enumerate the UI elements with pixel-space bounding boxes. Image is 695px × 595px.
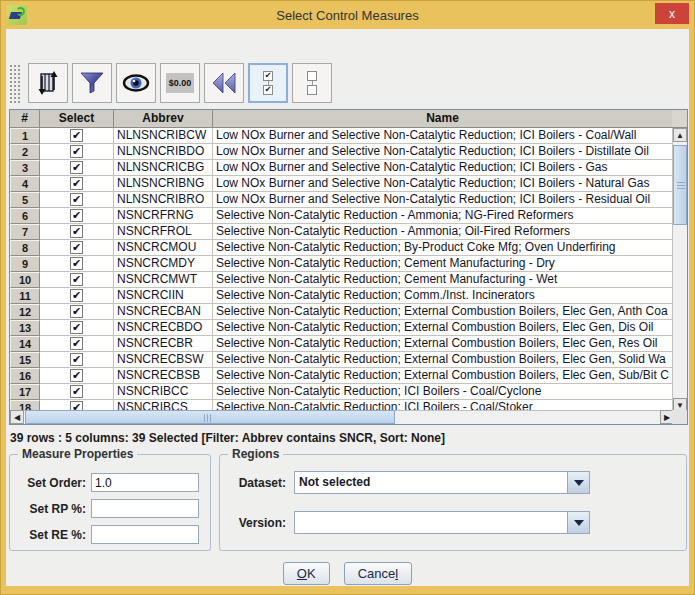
table-row[interactable]: 5 NLNSNCRIBRO Low NOx Burner and Selecti…	[10, 192, 673, 208]
chevron-down-icon[interactable]	[567, 472, 589, 493]
row-checkbox[interactable]	[70, 177, 83, 190]
column-header-num[interactable]: #	[10, 110, 40, 128]
filter-button[interactable]	[72, 63, 112, 103]
row-checkbox[interactable]	[70, 161, 83, 174]
toolbar-drag-handle[interactable]	[8, 63, 20, 103]
row-checkbox[interactable]	[70, 129, 83, 142]
chevron-down-icon[interactable]	[567, 512, 589, 533]
scroll-left-icon[interactable]: ◀	[10, 410, 24, 424]
regions-title: Regions	[228, 447, 283, 461]
row-number-cell: 12	[10, 304, 40, 320]
cancel-button[interactable]: Cancel	[344, 562, 412, 585]
double-left-arrow-icon	[210, 71, 238, 95]
sort-button[interactable]	[28, 63, 68, 103]
table-row[interactable]: 1 NLNSNCRIBCW Low NOx Burner and Selecti…	[10, 128, 673, 144]
select-cell	[40, 384, 114, 400]
row-checkbox[interactable]	[70, 337, 83, 350]
abbrev-cell: NSNCRCMDY	[114, 256, 213, 272]
row-checkbox[interactable]	[70, 289, 83, 302]
select-cell	[40, 144, 114, 160]
row-checkbox[interactable]	[70, 369, 83, 382]
set-order-field[interactable]	[91, 473, 199, 492]
row-checkbox[interactable]	[70, 273, 83, 286]
table-row[interactable]: 4 NLNSNCRIBNG Low NOx Burner and Selecti…	[10, 176, 673, 192]
abbrev-cell: NLNSNCRIBCW	[114, 128, 213, 144]
row-number-cell: 15	[10, 352, 40, 368]
row-checkbox[interactable]	[70, 225, 83, 238]
abbrev-cell: NLNSNCRIBNG	[114, 176, 213, 192]
app-icon	[7, 5, 27, 25]
table-row[interactable]: 11 NSNCRCIIN Selective Non-Catalytic Red…	[10, 288, 673, 304]
select-cell	[40, 368, 114, 384]
version-combobox[interactable]	[294, 511, 590, 534]
row-checkbox[interactable]	[70, 353, 83, 366]
column-header-abbrev[interactable]: Abbrev	[114, 110, 213, 128]
previous-button[interactable]	[204, 63, 244, 103]
select-cell	[40, 272, 114, 288]
column-header-select[interactable]: Select	[40, 110, 114, 128]
dataset-combobox[interactable]: Not selected	[294, 471, 590, 494]
row-number-cell: 5	[10, 192, 40, 208]
table-row[interactable]: 7 NSNCRFROL Selective Non-Catalytic Redu…	[10, 224, 673, 240]
table-row[interactable]: 8 NSNCRCMOU Selective Non-Catalytic Redu…	[10, 240, 673, 256]
row-checkbox[interactable]	[70, 209, 83, 222]
window-title: Select Control Measures	[1, 8, 694, 23]
close-button[interactable]: x	[655, 3, 689, 24]
table-body: 1 NLNSNCRIBCW Low NOx Burner and Selecti…	[10, 128, 673, 411]
table-row[interactable]: 9 NSNCRCMDY Selective Non-Catalytic Redu…	[10, 256, 673, 272]
horizontal-scroll-thumb[interactable]	[25, 410, 395, 424]
abbrev-cell: NSNCRECBR	[114, 336, 213, 352]
abbrev-cell: NSNCRECBAN	[114, 304, 213, 320]
abbrev-cell: NSNCRECBSB	[114, 368, 213, 384]
table-row[interactable]: 15 NSNCRECBSW Selective Non-Catalytic Re…	[10, 352, 673, 368]
ok-button[interactable]: OK	[283, 562, 330, 585]
toolbar: $0.00 ✔	[8, 61, 336, 105]
deselect-all-button[interactable]	[292, 63, 332, 103]
view-button[interactable]	[116, 63, 156, 103]
set-re-label: Set RE %:	[14, 528, 86, 542]
set-re-field[interactable]	[91, 525, 199, 544]
name-cell: Selective Non-Catalytic Reduction; By-Pr…	[213, 240, 673, 256]
row-number-cell: 14	[10, 336, 40, 352]
row-checkbox[interactable]	[70, 257, 83, 270]
table-row[interactable]: 14 NSNCRECBR Selective Non-Catalytic Red…	[10, 336, 673, 352]
row-checkbox[interactable]	[70, 305, 83, 318]
select-cell	[40, 160, 114, 176]
status-text: 39 rows : 5 columns: 39 Selected [Filter…	[10, 431, 445, 445]
table-row[interactable]: 12 NSNCRECBAN Selective Non-Catalytic Re…	[10, 304, 673, 320]
select-control-measures-dialog: Select Control Measures x	[0, 0, 695, 595]
version-label: Version:	[228, 516, 286, 530]
table-row[interactable]: 13 NSNCRECBDO Selective Non-Catalytic Re…	[10, 320, 673, 336]
abbrev-cell: NSNCRECBDO	[114, 320, 213, 336]
row-checkbox[interactable]	[70, 241, 83, 254]
row-checkbox[interactable]	[70, 385, 83, 398]
select-cell	[40, 304, 114, 320]
set-rp-field[interactable]	[91, 499, 199, 518]
abbrev-cell: NSNCRECBSW	[114, 352, 213, 368]
table-row[interactable]: 10 NSNCRCMWT Selective Non-Catalytic Red…	[10, 272, 673, 288]
column-header-name[interactable]: Name	[213, 110, 673, 128]
table-row[interactable]: 6 NSNCRFRNG Selective Non-Catalytic Redu…	[10, 208, 673, 224]
table-row[interactable]: 2 NLNSNCRIBDO Low NOx Burner and Selecti…	[10, 144, 673, 160]
scroll-up-icon[interactable]: ▲	[673, 128, 687, 142]
set-order-label: Set Order:	[14, 476, 86, 490]
table-row[interactable]: 16 NSNCRECBSB Selective Non-Catalytic Re…	[10, 368, 673, 384]
name-cell: Selective Non-Catalytic Reduction; Cemen…	[213, 256, 673, 272]
row-number-cell: 6	[10, 208, 40, 224]
row-checkbox[interactable]	[70, 145, 83, 158]
row-number-cell: 2	[10, 144, 40, 160]
table-row[interactable]: 17 NSNCRIBCC Selective Non-Catalytic Red…	[10, 384, 673, 400]
vertical-scroll-thumb[interactable]	[673, 145, 687, 225]
select-all-button[interactable]: ✔ ✔	[248, 63, 288, 103]
table-row[interactable]: 3 NLNSNCRICBG Low NOx Burner and Selecti…	[10, 160, 673, 176]
cost-button[interactable]: $0.00	[160, 63, 200, 103]
horizontal-scrollbar[interactable]: ◀ ▶	[10, 410, 674, 424]
row-number-cell: 4	[10, 176, 40, 192]
row-number-cell: 9	[10, 256, 40, 272]
abbrev-cell: NSNCRCIIN	[114, 288, 213, 304]
row-checkbox[interactable]	[70, 321, 83, 334]
row-checkbox[interactable]	[70, 193, 83, 206]
deselect-all-icon	[307, 71, 317, 95]
vertical-scrollbar[interactable]: ▲ ▼	[672, 128, 687, 412]
row-number-cell: 3	[10, 160, 40, 176]
